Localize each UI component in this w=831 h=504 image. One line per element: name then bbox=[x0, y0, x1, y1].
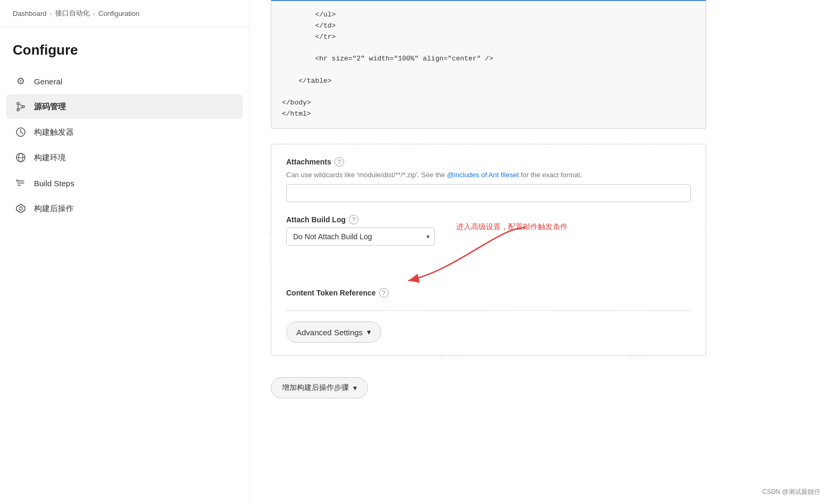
section-container: Attachments ? Can use wildcards like 'mo… bbox=[271, 144, 706, 357]
ant-fileset-link[interactable]: @includes of Ant fileset bbox=[447, 171, 519, 179]
add-step-label: 增加构建后操作步骤 bbox=[282, 383, 349, 393]
gear-icon: ⚙ bbox=[15, 75, 27, 87]
advanced-settings-chevron-icon: ▾ bbox=[367, 327, 371, 337]
clock-icon bbox=[15, 126, 27, 138]
advanced-settings-wrapper: Advanced Settings ▾ bbox=[286, 321, 691, 343]
svg-marker-16 bbox=[16, 204, 25, 213]
attach-build-log-select-wrapper: Do Not Attach Build Log Attach Build Log… bbox=[286, 228, 435, 246]
sidebar-item-triggers-label: 构建触发器 bbox=[34, 127, 74, 137]
main-content: </ul> </td> </tr> <hr size="2" width="10… bbox=[250, 0, 831, 504]
sidebar-item-env[interactable]: 构建环境 bbox=[6, 145, 243, 170]
breadcrumb-dashboard[interactable]: Dashboard bbox=[13, 10, 47, 18]
footer-credit: CSDN @测试最靓仔 bbox=[762, 488, 820, 497]
attachments-hint: Can use wildcards like 'module/dist/**/*… bbox=[286, 170, 691, 180]
content-token-help-icon[interactable]: ? bbox=[379, 288, 389, 298]
sidebar-item-build-steps-label: Build Steps bbox=[34, 179, 74, 188]
sidebar-item-general[interactable]: ⚙ General bbox=[6, 69, 243, 93]
breadcrumb-sep-2: › bbox=[93, 10, 95, 18]
sidebar-item-env-label: 构建环境 bbox=[34, 153, 66, 163]
globe-icon bbox=[15, 152, 27, 163]
breadcrumb: Dashboard › 接口自动化 › Configuration bbox=[0, 0, 249, 27]
svg-point-0 bbox=[17, 102, 19, 105]
section-divider bbox=[286, 310, 691, 311]
svg-line-8 bbox=[21, 132, 23, 134]
attach-build-log-section: Attach Build Log ? Do Not Attach Build L… bbox=[286, 215, 691, 246]
svg-point-17 bbox=[19, 207, 22, 210]
sidebar-title: Configure bbox=[0, 27, 249, 69]
sidebar: Dashboard › 接口自动化 › Configuration Config… bbox=[0, 0, 250, 504]
add-step-area: 增加构建后操作步骤 ▾ bbox=[271, 369, 706, 407]
source-icon bbox=[15, 101, 27, 112]
sidebar-item-general-label: General bbox=[34, 77, 62, 86]
sidebar-item-post-build-label: 构建后操作 bbox=[34, 204, 74, 214]
svg-point-1 bbox=[17, 109, 19, 111]
attachments-help-icon[interactable]: ? bbox=[335, 157, 344, 167]
sidebar-item-source-label: 源码管理 bbox=[34, 102, 66, 112]
sidebar-nav: ⚙ General 源码管理 bbox=[0, 69, 249, 222]
breadcrumb-source[interactable]: 接口自动化 bbox=[55, 8, 90, 18]
sidebar-item-build-steps[interactable]: Build Steps bbox=[6, 171, 243, 195]
attach-build-log-help-icon[interactable]: ? bbox=[349, 215, 358, 224]
post-build-icon bbox=[15, 203, 27, 214]
sidebar-item-post-build[interactable]: 构建后操作 bbox=[6, 196, 243, 221]
content-token-label: Content Token Reference ? bbox=[286, 288, 691, 298]
attachments-label: Attachments ? bbox=[286, 157, 691, 167]
code-block: </ul> </td> </tr> <hr size="2" width="10… bbox=[271, 0, 706, 129]
add-step-button[interactable]: 增加构建后操作步骤 ▾ bbox=[271, 377, 368, 398]
sidebar-item-triggers[interactable]: 构建触发器 bbox=[6, 120, 243, 144]
add-step-chevron-icon: ▾ bbox=[353, 384, 357, 392]
advanced-settings-button[interactable]: Advanced Settings ▾ bbox=[286, 321, 381, 343]
sidebar-item-source[interactable]: 源码管理 bbox=[6, 94, 243, 119]
breadcrumb-sep-1: › bbox=[50, 10, 52, 18]
build-steps-icon bbox=[15, 177, 27, 189]
attach-build-log-select[interactable]: Do Not Attach Build Log Attach Build Log… bbox=[286, 228, 435, 246]
attachments-input[interactable] bbox=[286, 184, 691, 202]
svg-line-4 bbox=[19, 104, 22, 106]
svg-line-5 bbox=[19, 107, 22, 109]
annotation-wrapper: Do Not Attach Build Log Attach Build Log… bbox=[286, 228, 435, 246]
breadcrumb-current: Configuration bbox=[98, 10, 139, 18]
advanced-settings-label: Advanced Settings bbox=[296, 328, 363, 337]
svg-point-2 bbox=[22, 106, 24, 108]
annotation-text: 进入高级设置，配置邮件触发条件 bbox=[456, 222, 467, 232]
svg-rect-15 bbox=[16, 180, 18, 181]
attachments-section: Attachments ? Can use wildcards like 'mo… bbox=[286, 157, 691, 203]
content-token-section: Content Token Reference ? bbox=[286, 288, 691, 298]
